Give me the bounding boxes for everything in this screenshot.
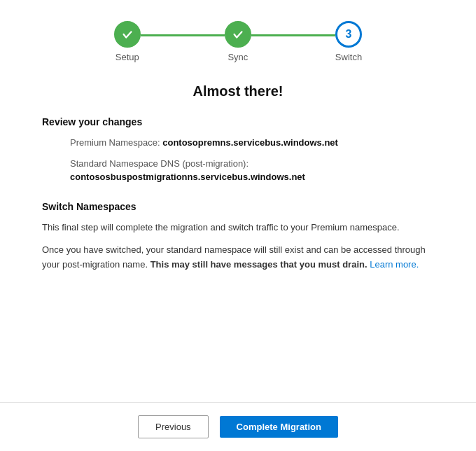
page-title: Almost there!	[42, 83, 434, 99]
stepper: Setup Sync 3 Switch	[42, 21, 434, 62]
premium-namespace-row: Premium Namespace: contosopremns.service…	[70, 136, 434, 150]
footer: Previous Complete Migration	[0, 402, 476, 451]
dns-namespace-label: Standard Namespace DNS (post-migration):	[70, 158, 248, 169]
step-setup-circle	[114, 21, 141, 48]
premium-namespace-value: contosopremns.servicebus.windows.net	[162, 137, 338, 148]
learn-more-link[interactable]: Learn more.	[370, 259, 419, 270]
step-sync-label: Sync	[227, 52, 248, 62]
premium-namespace-label: Premium Namespace:	[70, 137, 160, 148]
step-sync: Sync	[225, 21, 251, 62]
step-switch-circle: 3	[335, 21, 362, 48]
switch-heading: Switch Namespaces	[42, 201, 434, 212]
review-heading: Review your changes	[42, 116, 434, 127]
switch-warning: Once you have switched, your standard na…	[42, 243, 434, 272]
step-switch-number: 3	[346, 28, 352, 41]
step-switch: 3 Switch	[335, 21, 362, 62]
check-icon	[121, 28, 134, 41]
check-icon-2	[232, 28, 244, 41]
step-sync-circle	[225, 21, 251, 48]
previous-button[interactable]: Previous	[138, 415, 209, 438]
switch-description: This final step will complete the migrat…	[42, 221, 434, 235]
review-block: Premium Namespace: contosopremns.service…	[42, 136, 434, 184]
step-switch-label: Switch	[335, 52, 362, 62]
complete-migration-button[interactable]: Complete Migration	[220, 416, 338, 438]
dns-namespace-value: contososbuspostmigrationns.servicebus.wi…	[70, 172, 305, 182]
step-setup-label: Setup	[115, 52, 139, 62]
step-setup: Setup	[114, 21, 141, 62]
step-connector-1	[141, 34, 225, 36]
step-connector-2	[251, 34, 335, 36]
switch-warning-bold: This may still have messages that you mu…	[150, 259, 368, 270]
switch-section: Switch Namespaces This final step will c…	[42, 201, 434, 272]
dns-namespace-row: Standard Namespace DNS (post-migration):…	[70, 157, 434, 184]
